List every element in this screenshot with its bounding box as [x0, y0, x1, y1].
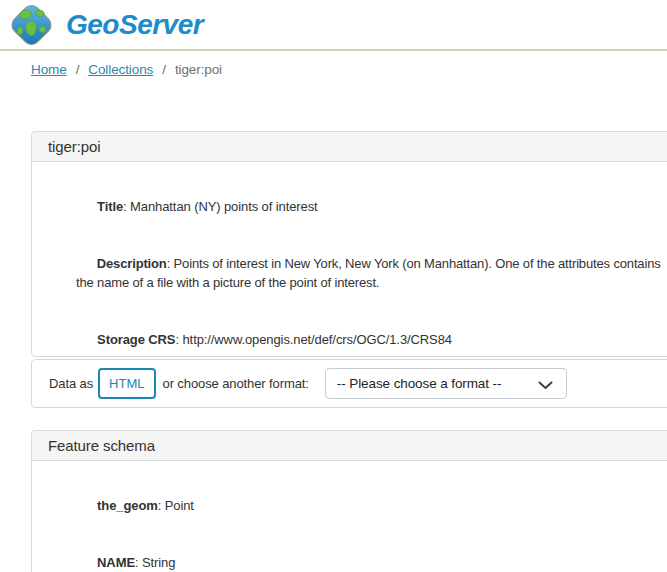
- format-select[interactable]: -- Please choose a format --: [325, 368, 567, 399]
- field-title: Title: Manhattan (NY) points of interest: [76, 178, 667, 235]
- html-format-button[interactable]: HTML: [98, 368, 155, 399]
- breadcrumb-link-home[interactable]: Home: [31, 62, 67, 77]
- feature-schema-header: Feature schema: [32, 431, 667, 461]
- geoserver-logo: GeoServer: [8, 2, 203, 48]
- feature-schema-body: the_geom: Point NAME: String THUMBNAIL: …: [32, 461, 667, 572]
- header-divider: [0, 49, 667, 51]
- format-select-value: -- Please choose a format --: [337, 376, 502, 391]
- breadcrumb-link-collections[interactable]: Collections: [88, 62, 153, 77]
- breadcrumb: Home / Collections / tiger:poi: [31, 62, 222, 77]
- or-choose-label: or choose another format:: [163, 376, 309, 391]
- collection-card: tiger:poi Title: Manhattan (NY) points o…: [31, 131, 667, 357]
- schema-attribute-row: the_geom: Point: [76, 477, 667, 534]
- geoserver-wordmark: GeoServer: [66, 9, 203, 41]
- breadcrumb-current: tiger:poi: [175, 62, 222, 77]
- breadcrumb-separator: /: [162, 62, 166, 77]
- feature-schema-card: Feature schema the_geom: Point NAME: Str…: [31, 430, 667, 572]
- schema-attribute-row: NAME: String: [76, 534, 667, 572]
- data-as-label: Data as: [49, 376, 93, 391]
- feature-schema-title: Feature schema: [48, 437, 155, 454]
- format-bar: Data as HTML or choose another format: -…: [31, 359, 667, 408]
- chevron-down-icon: [538, 381, 553, 390]
- collection-card-header: tiger:poi: [32, 132, 667, 162]
- geoserver-globe-icon: [8, 2, 55, 48]
- breadcrumb-separator: /: [76, 62, 80, 77]
- field-description: Description: Points of interest in New Y…: [76, 235, 667, 311]
- collection-title: tiger:poi: [48, 138, 100, 155]
- geoserver-collection-page: { "logo": { "wordmark": "GeoServer" }, "…: [0, 0, 667, 572]
